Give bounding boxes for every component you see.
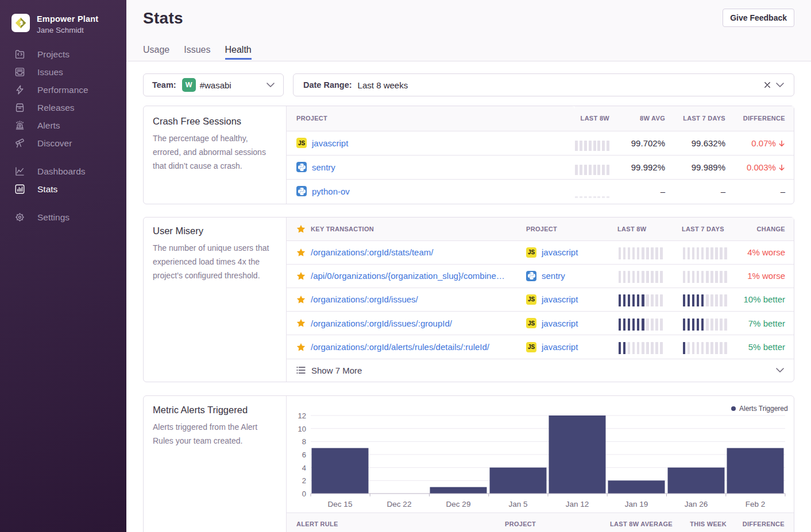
svg-text:Dec 15: Dec 15: [328, 500, 353, 508]
svg-text:4: 4: [302, 464, 306, 472]
svg-text:10: 10: [298, 425, 306, 433]
svg-text:Jan 12: Jan 12: [566, 500, 589, 508]
svg-text:Alerts Triggered: Alerts Triggered: [739, 405, 788, 413]
svg-text:12: 12: [298, 411, 306, 420]
svg-text:Jan 26: Jan 26: [685, 500, 708, 508]
svg-text:Jan 5: Jan 5: [508, 500, 527, 508]
svg-text:Jan 19: Jan 19: [625, 500, 648, 508]
svg-text:2: 2: [302, 476, 306, 485]
svg-text:6: 6: [302, 451, 306, 459]
svg-text:Dec 29: Dec 29: [446, 500, 471, 508]
svg-text:0: 0: [302, 490, 306, 498]
svg-text:8: 8: [302, 437, 306, 446]
svg-text:Dec 22: Dec 22: [387, 500, 412, 508]
svg-text:Feb 2: Feb 2: [746, 500, 766, 508]
